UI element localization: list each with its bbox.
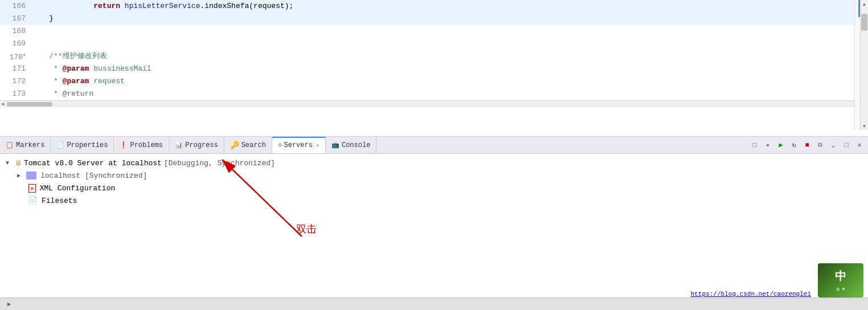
- line-num-172: 172: [0, 75, 31, 88]
- tab-servers-close[interactable]: ✕: [316, 142, 320, 149]
- scroll-down-arrow[interactable]: ▼: [861, 122, 869, 130]
- tab-console[interactable]: 📺 Console: [326, 137, 376, 153]
- line-content-170: /**维护修改列表: [31, 50, 868, 63]
- code-line-171: 171 * @param bussinessMail: [0, 63, 868, 75]
- tree-root-status: [Debugging, Synchronized]: [164, 159, 275, 168]
- tree-filesets-icon: 📄: [28, 196, 38, 205]
- tree-localhost-arrow[interactable]: ▶: [17, 172, 24, 179]
- tree-localhost-icon: [26, 172, 36, 180]
- code-line-166: 166 return hpisLetterService.indexShefa(…: [0, 0, 868, 13]
- toolbar-btn-maximize[interactable]: □: [841, 140, 852, 151]
- line-content-173: * @return: [31, 88, 868, 100]
- expand-button[interactable]: ▶: [5, 300, 14, 309]
- console-icon: 📺: [331, 141, 339, 149]
- tab-search-label: Search: [241, 141, 266, 149]
- scroll-thumb[interactable]: [861, 14, 867, 31]
- annotation-text: 双击: [296, 222, 317, 236]
- tab-properties-label: Properties: [67, 141, 108, 149]
- status-link[interactable]: https://blog.csdn.net/caozenglei: [691, 291, 811, 297]
- tree-item-xml[interactable]: ✕ XML Configuration: [17, 182, 862, 194]
- tree-xml-label: XML Configuration: [40, 184, 116, 193]
- tab-servers-label: Servers: [284, 141, 313, 149]
- toolbar-btn-minimize[interactable]: □: [749, 140, 760, 151]
- horizontal-scrollbar[interactable]: ◀ ▶: [0, 100, 868, 107]
- ime-gear-icon: ⚙: [837, 286, 840, 293]
- toolbar-btn-refresh[interactable]: ↻: [788, 140, 800, 151]
- line-num-173: 173: [0, 88, 31, 100]
- tab-toolbar: □ ✦ ▶ ↻ ■ ⊟ ⌄ □ ✕: [749, 137, 865, 153]
- toolbar-btn-run[interactable]: ▶: [775, 140, 787, 151]
- code-line-167: 167 }: [0, 13, 868, 25]
- ime-char: 中: [835, 268, 846, 284]
- panel-content: ▼ 🖥 Tomcat v8.0 Server at localhost [Deb…: [0, 154, 868, 297]
- line-num-169: 169: [0, 38, 31, 50]
- tree-item-localhost[interactable]: ▶ localhost [Synchronized]: [17, 169, 862, 182]
- tree-root-icon: 🖥: [15, 159, 22, 168]
- toolbar-btn-dropdown[interactable]: ⌄: [828, 140, 839, 151]
- markers-icon: 📋: [6, 141, 14, 149]
- toolbar-btn-copy[interactable]: ⊟: [814, 140, 826, 151]
- tree-root-arrow[interactable]: ▼: [6, 160, 13, 166]
- tree-children-level1: ▶ localhost [Synchronized]: [6, 169, 862, 182]
- status-bar: ▶ https://blog.csdn.net/caozenglei: [0, 297, 868, 310]
- ime-dots: ⚙ ◆: [837, 286, 845, 293]
- toolbar-btn-star[interactable]: ✦: [762, 140, 773, 151]
- code-editor: 166 return hpisLetterService.indexShefa(…: [0, 0, 868, 137]
- toolbar-btn-close[interactable]: ✕: [854, 140, 865, 151]
- servers-icon: ⚙: [278, 141, 282, 149]
- code-line-173: 173 * @return: [0, 88, 868, 100]
- tab-problems-label: Problems: [130, 141, 163, 149]
- vertical-scrollbar[interactable]: ▲ ▼: [860, 0, 868, 130]
- toolbar-btn-stop[interactable]: ■: [801, 140, 813, 151]
- tree-xml-icon: ✕: [28, 184, 36, 193]
- line-num-168: 168: [0, 25, 31, 38]
- panel-tabs: 📋 Markers 📄 Properties ❗ Problems 📊 Prog…: [0, 137, 868, 154]
- line-num-166: 166: [0, 0, 31, 13]
- tab-properties[interactable]: 📄 Properties: [51, 137, 114, 153]
- tab-problems[interactable]: ❗ Problems: [114, 137, 169, 153]
- tree-root-label: Tomcat v8.0 Server at localhost: [24, 159, 162, 168]
- tab-servers[interactable]: ⚙ Servers ✕: [272, 137, 326, 153]
- scroll-track: [861, 8, 868, 122]
- tree-filesets-label: Filesets: [42, 197, 77, 205]
- line-content-167: }: [31, 13, 868, 25]
- tab-progress-label: Progress: [185, 141, 218, 149]
- tab-search[interactable]: 🔑 Search: [224, 137, 272, 153]
- scrollbar-h-thumb[interactable]: [7, 102, 52, 107]
- tree-item-filesets[interactable]: 📄 Filesets: [17, 194, 862, 207]
- code-line-168: 168: [0, 25, 868, 38]
- line-num-171: 171: [0, 63, 31, 75]
- tab-console-label: Console: [342, 141, 370, 149]
- code-line-170: 170⊕ /**维护修改列表: [0, 50, 868, 63]
- tab-markers-label: Markers: [16, 141, 44, 149]
- ime-indicator: 中 ⚙ ◆: [818, 263, 863, 297]
- tab-progress[interactable]: 📊 Progress: [169, 137, 224, 153]
- tree-localhost-label: localhost [Synchronized]: [40, 172, 147, 180]
- code-line-169: 169: [0, 38, 868, 50]
- tree-children-xml: ✕ XML Configuration 📄 Filesets: [6, 182, 862, 207]
- ime-dot-icon: ◆: [842, 286, 845, 293]
- properties-icon: 📄: [56, 141, 64, 149]
- status-bar-left: ▶: [5, 300, 14, 309]
- line-content-172: * @param request: [31, 75, 868, 88]
- tab-markers[interactable]: 📋 Markers: [0, 137, 51, 153]
- line-content-171: * @param bussinessMail: [31, 63, 868, 75]
- mini-map: [854, 0, 860, 130]
- search-icon: 🔑: [230, 141, 239, 150]
- line-num-167: 167: [0, 13, 31, 25]
- problems-icon: ❗: [120, 141, 128, 149]
- tree-root-server[interactable]: ▼ 🖥 Tomcat v8.0 Server at localhost [Deb…: [6, 157, 862, 169]
- bottom-panel: 📋 Markers 📄 Properties ❗ Problems 📊 Prog…: [0, 137, 868, 297]
- code-line-172: 172 * @param request: [0, 75, 868, 88]
- progress-icon: 📊: [175, 141, 183, 149]
- line-num-170: 170⊕: [0, 49, 31, 64]
- scroll-up-arrow[interactable]: ▲: [861, 0, 869, 8]
